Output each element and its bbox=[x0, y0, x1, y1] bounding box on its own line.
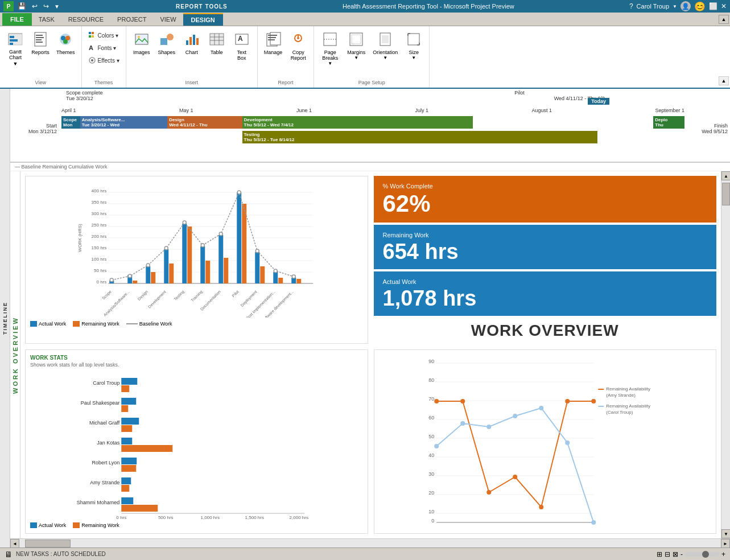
quick-access-save[interactable]: 💾 bbox=[16, 2, 28, 11]
svg-rect-30 bbox=[210, 34, 224, 45]
svg-point-43 bbox=[297, 37, 299, 39]
svg-rect-38 bbox=[270, 32, 281, 45]
svg-rect-90 bbox=[255, 252, 259, 283]
text-box-button[interactable]: A Text Box bbox=[230, 28, 254, 69]
shapes-button[interactable]: Shapes bbox=[155, 28, 179, 69]
horizontal-scrollbar[interactable]: ◄ ► bbox=[10, 538, 730, 547]
svg-rect-91 bbox=[260, 266, 265, 283]
user-dropdown-icon[interactable]: ▼ bbox=[673, 4, 677, 9]
svg-rect-131 bbox=[121, 438, 132, 444]
size-button[interactable]: Size ▼ bbox=[402, 28, 426, 69]
svg-point-171 bbox=[591, 399, 596, 403]
quick-access-redo[interactable]: ↪ bbox=[42, 2, 51, 11]
margins-button[interactable]: Margins ▼ bbox=[344, 28, 369, 69]
manage-button[interactable]: Manage bbox=[261, 28, 286, 69]
close-button[interactable]: ✕ bbox=[721, 2, 727, 10]
svg-rect-189 bbox=[598, 406, 604, 407]
svg-point-14 bbox=[63, 39, 68, 44]
svg-rect-50 bbox=[382, 35, 389, 43]
svg-rect-3 bbox=[10, 43, 13, 45]
svg-rect-28 bbox=[193, 35, 195, 45]
timeline-sidebar: TIMELINE bbox=[0, 89, 10, 547]
svg-rect-80 bbox=[164, 249, 168, 283]
svg-point-167 bbox=[486, 490, 491, 495]
svg-point-169 bbox=[539, 505, 543, 509]
date-june: June 1 bbox=[296, 108, 312, 113]
svg-point-165 bbox=[434, 399, 439, 403]
view-icon-3[interactable]: ⊠ bbox=[673, 550, 678, 558]
work-stats-subtitle: Shows work stats for all top level tasks… bbox=[30, 362, 363, 368]
user-name[interactable]: Carol Troup bbox=[637, 3, 669, 10]
ribbon-group-view: Gantt Chart ▼ Reports bbox=[0, 26, 82, 88]
svg-text:WORK (HRS): WORK (HRS) bbox=[77, 224, 83, 252]
zoom-out-button[interactable]: - bbox=[680, 550, 683, 558]
finish-date: Wed 9/5/12 bbox=[702, 129, 728, 134]
scroll-down-button[interactable]: ▼ bbox=[721, 529, 730, 538]
svg-text:Software development...: Software development... bbox=[261, 290, 295, 318]
timeline-section: Scope complete Tue 3/20/12 Pilot Wed 4/1… bbox=[10, 89, 730, 163]
status-bar: 🖥 NEW TASKS : AUTO SCHEDULED ⊞ ⊟ ⊠ - + bbox=[0, 547, 730, 560]
svg-rect-29 bbox=[196, 38, 199, 45]
colors-button[interactable]: Colors ▾ bbox=[85, 30, 122, 41]
tab-view[interactable]: VIEW bbox=[153, 13, 183, 26]
scroll-left-button[interactable]: ◄ bbox=[10, 539, 19, 547]
scroll-up-button[interactable]: ▲ bbox=[721, 171, 730, 180]
svg-point-101 bbox=[201, 244, 204, 247]
tab-project[interactable]: PROJECT bbox=[110, 13, 153, 26]
svg-rect-86 bbox=[218, 235, 223, 283]
restore-button[interactable]: ⬜ bbox=[709, 2, 717, 10]
copy-report-button[interactable]: Copy Report bbox=[286, 28, 310, 69]
svg-point-104 bbox=[255, 249, 259, 253]
zoom-slider[interactable] bbox=[685, 552, 719, 557]
fonts-button[interactable]: A Fonts ▾ bbox=[85, 42, 122, 53]
tab-task[interactable]: TASK bbox=[32, 13, 61, 26]
start-label: Start bbox=[11, 123, 57, 129]
quick-access-undo[interactable]: ↩ bbox=[30, 2, 39, 11]
ribbon-collapse-btn[interactable]: ▲ bbox=[719, 15, 729, 24]
themes-button[interactable]: Themes bbox=[53, 28, 78, 69]
quick-access-more[interactable]: ▼ bbox=[53, 3, 61, 10]
view-icon-1[interactable]: ⊞ bbox=[657, 550, 662, 558]
orientation-button[interactable]: Orientation ▼ bbox=[370, 28, 401, 69]
svg-rect-16 bbox=[92, 32, 94, 34]
vertical-scrollbar[interactable]: ▲ ▼ bbox=[721, 171, 730, 538]
svg-text:20: 20 bbox=[428, 490, 434, 496]
svg-point-178 bbox=[591, 520, 596, 525]
ribbon-group-themes-label: Themes bbox=[85, 80, 122, 85]
tab-design[interactable]: DESIGN bbox=[183, 13, 223, 26]
svg-rect-1 bbox=[10, 36, 14, 38]
page-breaks-button[interactable]: Page Breaks ▼ bbox=[317, 28, 343, 69]
effects-button[interactable]: Effects ▾ bbox=[85, 55, 122, 66]
view-icon-2[interactable]: ⊟ bbox=[665, 550, 670, 558]
scroll-right-button[interactable]: ► bbox=[721, 539, 730, 547]
svg-text:0 hrs: 0 hrs bbox=[96, 279, 106, 285]
svg-text:50: 50 bbox=[428, 434, 434, 439]
svg-point-166 bbox=[460, 399, 465, 403]
svg-text:30: 30 bbox=[428, 471, 434, 477]
svg-rect-92 bbox=[273, 272, 278, 283]
svg-text:Paul Shakespear: Paul Shakespear bbox=[81, 400, 120, 406]
svg-text:Michael Graff: Michael Graff bbox=[89, 420, 120, 426]
scroll-thumb-vertical[interactable] bbox=[722, 183, 730, 205]
table-button[interactable]: Table bbox=[205, 28, 229, 69]
svg-rect-39 bbox=[268, 35, 277, 36]
ribbon-group-themes: Colors ▾ A Fonts ▾ Effects ▾ Themes bbox=[82, 26, 126, 88]
svg-text:250 hrs: 250 hrs bbox=[92, 223, 107, 228]
ribbon-collapse-arrow[interactable]: ▲ bbox=[719, 76, 729, 85]
today-button[interactable]: Today bbox=[588, 98, 609, 105]
images-button[interactable]: Images bbox=[130, 28, 154, 69]
scroll-thumb-horizontal[interactable] bbox=[25, 540, 71, 547]
gantt-chart-button[interactable]: Gantt Chart ▼ bbox=[3, 28, 27, 69]
scope-bar: ScopeMon bbox=[61, 116, 80, 129]
svg-text:Deployment: Deployment bbox=[240, 290, 258, 308]
reports-button[interactable]: Reports bbox=[28, 28, 52, 69]
svg-rect-135 bbox=[121, 477, 131, 484]
chart-button[interactable]: Chart bbox=[180, 28, 204, 69]
work-chart-panel: 400 hrs 350 hrs 300 hrs 250 hrs 200 hrs … bbox=[25, 176, 368, 344]
help-button[interactable]: ? bbox=[629, 2, 633, 10]
tab-resource[interactable]: RESOURCE bbox=[61, 13, 110, 26]
tab-file[interactable]: FILE bbox=[2, 13, 32, 26]
zoom-in-button[interactable]: + bbox=[721, 550, 725, 558]
svg-point-21 bbox=[91, 59, 93, 61]
svg-text:1,500 hrs: 1,500 hrs bbox=[245, 515, 264, 520]
